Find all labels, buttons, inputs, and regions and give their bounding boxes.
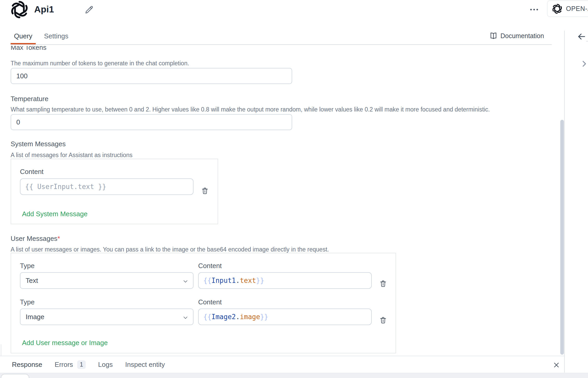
close-icon xyxy=(553,362,560,368)
delete-user-message-button[interactable] xyxy=(379,279,388,288)
tab-inspect-entity[interactable]: Inspect entity xyxy=(125,361,165,369)
temperature-label: Temperature xyxy=(11,95,48,103)
rename-query-button[interactable] xyxy=(84,5,94,15)
canvas-strip xyxy=(0,373,588,378)
openai-logo xyxy=(10,1,28,19)
errors-count-badge: 1 xyxy=(77,360,86,369)
tab-query[interactable]: Query xyxy=(14,31,32,41)
trash-icon xyxy=(379,316,387,324)
system-messages-label: System Messages xyxy=(11,140,66,148)
system-message-content-input[interactable] xyxy=(20,178,193,195)
max-tokens-description: The maximum number of tokens to generate… xyxy=(11,60,189,67)
ellipsis-icon xyxy=(530,9,532,10)
tabs-divider xyxy=(11,44,552,45)
user-message-content-input[interactable]: {{Input1.text}} xyxy=(198,272,372,289)
max-tokens-label: Max Tokens xyxy=(11,46,46,51)
partial-bottom-button[interactable] xyxy=(1,374,29,378)
tab-errors[interactable]: Errors 1 xyxy=(55,360,86,369)
user-messages-box: Type Content Text {{Input1.text}} Type C… xyxy=(11,253,396,353)
close-response-pane-button[interactable] xyxy=(551,360,562,370)
content-label: Content xyxy=(198,262,222,270)
query-form: Max Tokens The maximum number of tokens … xyxy=(0,46,564,354)
type-label: Type xyxy=(20,262,34,270)
tab-settings[interactable]: Settings xyxy=(44,31,68,41)
user-messages-description: A list of user messages or images. You c… xyxy=(11,246,329,253)
chevron-right-icon xyxy=(580,60,588,68)
system-messages-description: A list of messages for Assistant as inst… xyxy=(11,151,132,159)
datasource-name: OPEN-A xyxy=(566,5,588,12)
book-icon xyxy=(490,32,497,40)
tab-logs[interactable]: Logs xyxy=(98,361,113,369)
delete-system-message-button[interactable] xyxy=(201,186,210,195)
documentation-label: Documentation xyxy=(500,32,544,40)
tab-response[interactable]: Response xyxy=(12,361,42,369)
user-messages-label: User Messages* xyxy=(11,235,60,242)
system-messages-box: Content Add System Message xyxy=(11,159,218,224)
query-name-title: Api1 xyxy=(34,4,54,15)
arrow-left-icon xyxy=(577,32,586,41)
chevron-down-icon xyxy=(183,278,188,284)
chevron-down-icon xyxy=(183,315,188,320)
required-asterisk: * xyxy=(58,235,60,242)
type-label: Type xyxy=(20,298,34,306)
datasource-button[interactable]: OPEN-A xyxy=(547,1,588,17)
context-menu-button[interactable] xyxy=(527,5,541,14)
right-pane-divider xyxy=(564,31,565,373)
user-message-type-select[interactable]: Image xyxy=(20,309,193,325)
user-message-content-input[interactable]: {{Image2.image}} xyxy=(198,309,372,325)
max-tokens-input[interactable] xyxy=(11,68,292,84)
add-system-message-link[interactable]: Add System Message xyxy=(22,210,88,218)
response-pane-tabbar: Response Errors 1 Logs Inspect entity xyxy=(0,356,564,373)
add-user-message-link[interactable]: Add User message or Image xyxy=(22,339,108,347)
temperature-description: What sampling temperature to use, betwee… xyxy=(11,106,490,113)
pencil-icon xyxy=(84,5,94,15)
temperature-input[interactable] xyxy=(11,114,292,130)
documentation-link[interactable]: Documentation xyxy=(490,30,544,41)
delete-user-message-button[interactable] xyxy=(379,316,388,325)
content-label: Content xyxy=(20,168,44,176)
trash-icon xyxy=(379,279,387,288)
collapse-pane-button[interactable] xyxy=(579,59,588,69)
content-label: Content xyxy=(198,298,222,306)
trash-icon xyxy=(201,187,209,195)
back-button[interactable] xyxy=(576,31,587,42)
user-message-type-select[interactable]: Text xyxy=(20,272,193,289)
openai-logo-small xyxy=(552,4,562,14)
